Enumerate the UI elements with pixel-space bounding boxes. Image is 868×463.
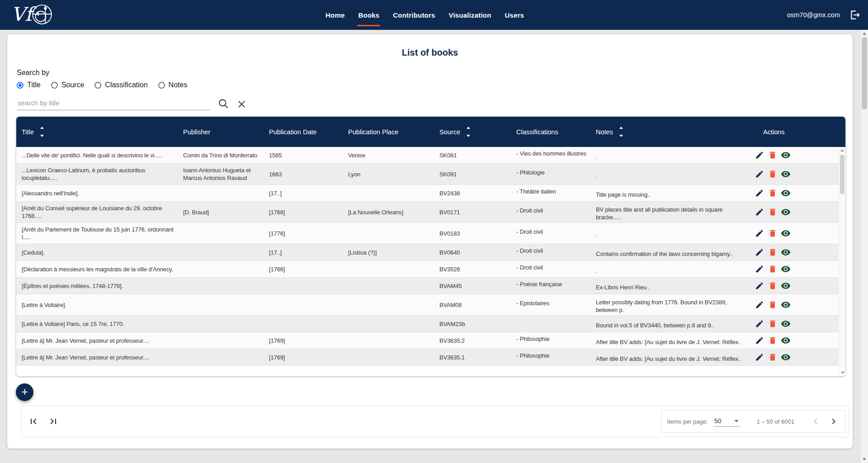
radio-icon[interactable] xyxy=(158,82,165,89)
search-section: Search by TitleSourceClassificationNotes xyxy=(17,69,247,110)
delete-button[interactable] xyxy=(767,228,778,239)
view-button[interactable] xyxy=(780,169,791,180)
table-scrollbar[interactable] xyxy=(839,147,845,376)
view-button[interactable] xyxy=(780,150,791,161)
view-button[interactable] xyxy=(780,280,791,291)
delete-button[interactable] xyxy=(767,280,778,291)
next-page-button[interactable] xyxy=(828,416,840,427)
logout-button[interactable] xyxy=(849,9,861,21)
items-per-page-select[interactable]: 50 xyxy=(713,416,740,427)
table-scroll-down-icon[interactable] xyxy=(841,372,844,374)
scroll-up-icon[interactable] xyxy=(863,32,866,35)
edit-button[interactable] xyxy=(754,335,765,346)
table-scroll-up-icon[interactable] xyxy=(840,149,844,151)
previous-page-button[interactable] xyxy=(810,416,821,427)
edit-icon xyxy=(755,248,764,257)
scroll-down-icon[interactable] xyxy=(863,458,866,461)
cell-classifications: - Théâtre italien xyxy=(516,185,596,198)
last-page-button[interactable] xyxy=(47,415,60,428)
edit-button[interactable] xyxy=(754,318,765,329)
cell-publication_place: [La Nouvelle Orleans] xyxy=(348,206,439,219)
nav-item-visualization[interactable]: Visualization xyxy=(449,0,491,30)
delete-button[interactable] xyxy=(767,169,778,180)
view-button[interactable] xyxy=(780,247,791,258)
page-scrollbar-thumb[interactable] xyxy=(862,37,867,109)
sort-ascending-icon[interactable] xyxy=(467,127,470,129)
delete-button[interactable] xyxy=(767,299,778,310)
view-icon xyxy=(781,207,791,217)
delete-button[interactable] xyxy=(767,207,778,217)
column-header-notes[interactable]: Notes xyxy=(596,127,750,137)
radio-icon[interactable] xyxy=(51,82,58,89)
sort-descending-icon[interactable] xyxy=(467,135,470,137)
nav-item-home[interactable]: Home xyxy=(326,0,344,30)
table-scrollbar-thumb[interactable] xyxy=(840,155,844,194)
delete-button[interactable] xyxy=(767,352,778,363)
cell-publisher: Ioann Antonius Hugueta et Marcus Antoniu… xyxy=(183,164,269,184)
nav-item-contributors[interactable]: Contributors xyxy=(393,0,435,30)
view-button[interactable] xyxy=(780,335,791,346)
sort-descending-icon[interactable] xyxy=(619,135,623,137)
logo-emblem-icon xyxy=(30,3,53,26)
edit-button[interactable] xyxy=(754,228,765,239)
edit-icon xyxy=(755,319,764,328)
cell-publication_date: [17..] xyxy=(269,187,348,200)
search-option-title[interactable]: Title xyxy=(17,81,41,89)
main-nav: HomeBooksContributorsVisualizationUsers xyxy=(326,0,524,30)
app-logo[interactable]: Vf xyxy=(11,3,53,26)
radio-icon[interactable] xyxy=(94,82,101,89)
sort-ascending-icon[interactable] xyxy=(40,127,44,129)
delete-button[interactable] xyxy=(767,188,778,198)
books-table: TitlePublisherPublication DatePublicatio… xyxy=(16,117,845,376)
view-button[interactable] xyxy=(780,228,791,239)
search-option-classification[interactable]: Classification xyxy=(94,81,147,89)
sort-ascending-icon[interactable] xyxy=(619,127,623,129)
edit-button[interactable] xyxy=(754,352,765,363)
view-button[interactable] xyxy=(780,188,791,198)
column-header-source[interactable]: Source xyxy=(439,127,516,137)
search-option-source[interactable]: Source xyxy=(51,81,85,89)
edit-icon xyxy=(755,265,764,274)
view-button[interactable] xyxy=(780,318,791,329)
delete-button[interactable] xyxy=(767,335,778,346)
delete-button[interactable] xyxy=(767,150,778,161)
sort-descending-icon[interactable] xyxy=(40,135,44,137)
delete-icon xyxy=(768,248,777,257)
column-header-title[interactable]: Title xyxy=(16,127,183,137)
edit-button[interactable] xyxy=(754,150,765,161)
nav-item-books[interactable]: Books xyxy=(358,0,379,30)
nav-item-users[interactable]: Users xyxy=(505,0,524,30)
view-button[interactable] xyxy=(780,264,791,274)
edit-button[interactable] xyxy=(754,247,765,258)
edit-button[interactable] xyxy=(754,280,765,291)
first-page-button[interactable] xyxy=(27,415,40,428)
sort-control xyxy=(40,127,44,137)
view-button[interactable] xyxy=(780,207,791,217)
view-icon xyxy=(781,188,791,198)
cell-publication_date xyxy=(269,302,348,307)
search-input[interactable] xyxy=(17,97,210,110)
edit-button[interactable] xyxy=(754,299,765,310)
cell-classifications: - Philosophie xyxy=(516,332,596,345)
cell-title: [Lettre à] Mr. Jean Vernet, pasteur et p… xyxy=(16,334,183,347)
view-button[interactable] xyxy=(780,352,791,363)
column-label: Publication Date xyxy=(269,128,317,136)
edit-button[interactable] xyxy=(754,264,765,274)
radio-selected-icon[interactable] xyxy=(17,82,24,89)
cell-publication_place: Venise xyxy=(348,149,439,162)
clear-search-button[interactable] xyxy=(236,99,247,109)
view-button[interactable] xyxy=(780,299,791,310)
edit-button[interactable] xyxy=(754,207,765,217)
edit-button[interactable] xyxy=(754,188,765,198)
delete-button[interactable] xyxy=(767,247,778,258)
edit-button[interactable] xyxy=(754,169,765,180)
delete-button[interactable] xyxy=(767,318,778,329)
add-book-button[interactable]: + xyxy=(16,383,33,401)
page-scrollbar[interactable] xyxy=(861,30,868,463)
search-option-notes[interactable]: Notes xyxy=(158,81,188,89)
search-button[interactable] xyxy=(217,98,229,109)
delete-button[interactable] xyxy=(767,264,778,274)
cell-notes: Ex-Libris Henri Rieu . xyxy=(596,281,750,294)
cell-title: [Épîtres et poésies mêlées. 1748-1778]. xyxy=(16,279,183,293)
column-header-publication_date: Publication Date xyxy=(269,128,348,136)
